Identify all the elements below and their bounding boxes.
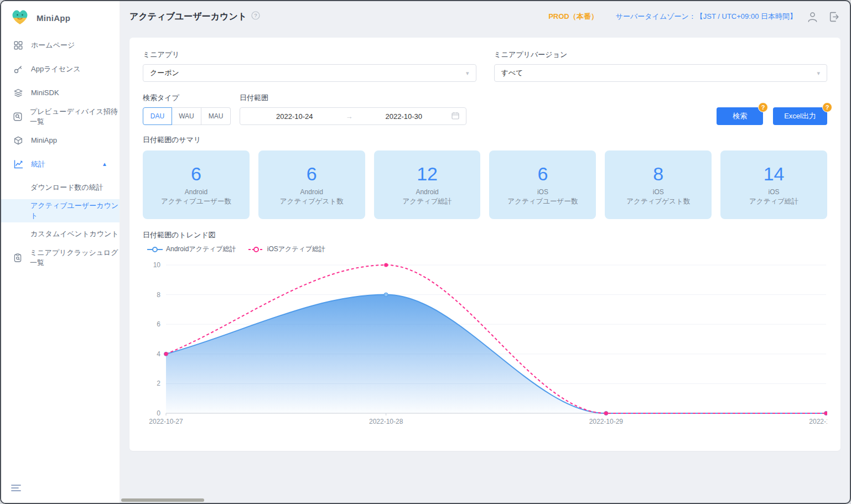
sidebar-subitem-active-user-count[interactable]: アクティブユーザーカウント <box>1 199 120 222</box>
summary-metric: アクティブゲスト数 <box>626 197 690 206</box>
summary-card-android-users: 6 Android アクティブユーザー数 <box>143 150 250 219</box>
sidebar-item-label: ホームページ <box>31 40 75 50</box>
layers-icon <box>13 88 23 98</box>
sidebar-item-preview-device-list[interactable]: プレビューディバイス招待一覧 <box>1 105 120 128</box>
summary-platform: Android <box>416 188 438 196</box>
legend-ios-label: iOSアクティブ総計 <box>267 245 325 254</box>
search-type-mau-button[interactable]: MAU <box>201 107 231 125</box>
sidebar-item-label: 統計 <box>31 159 45 169</box>
trend-section-label: 日付範囲のトレンド図 <box>143 230 827 240</box>
summary-metric: アクティブ総計 <box>749 197 798 206</box>
calendar-icon <box>452 112 459 121</box>
summary-value: 12 <box>417 163 438 185</box>
version-select[interactable]: すべて ▾ <box>494 64 828 82</box>
legend-android-label: Androidアクティブ総計 <box>166 245 236 254</box>
date-range-picker[interactable]: 2022-10-24 → 2022-10-30 <box>240 107 466 125</box>
chart-legend: Androidアクティブ総計 iOSアクティブ総計 <box>147 245 827 254</box>
summary-card-android-guests: 6 Android アクティブゲスト数 <box>258 150 365 219</box>
server-timezone-text: サーバータイムゾーン：【JST / UTC+09:00 日本時間】 <box>616 12 797 22</box>
summary-value: 14 <box>764 163 785 185</box>
svg-text:2022-10-28: 2022-10-28 <box>369 418 403 425</box>
svg-text:2022-10-27: 2022-10-27 <box>149 418 183 425</box>
logout-icon[interactable] <box>828 11 840 23</box>
sidebar-item-miniapp[interactable]: MiniApp <box>1 128 120 152</box>
search-type-wau-button[interactable]: WAU <box>172 107 201 125</box>
page-title: アクティブユーザーカウント <box>129 11 247 23</box>
app-logo-icon <box>10 7 30 28</box>
search-button-label: 検索 <box>733 112 747 120</box>
filter-row-controls: 検索タイプ DAU WAU MAU 日付範囲 2022-10-24 → 2022… <box>143 93 827 125</box>
sidebar-item-homepage[interactable]: ホームページ <box>1 33 120 57</box>
search-button-badge: ? <box>758 102 768 112</box>
summary-value: 6 <box>537 163 548 185</box>
user-icon[interactable] <box>807 11 818 23</box>
version-select-value: すべて <box>501 68 523 78</box>
sidebar: MiniApp ホームページ Appライセンス <box>1 1 120 503</box>
miniapp-select[interactable]: クーポン ▾ <box>143 64 476 82</box>
cube-icon <box>13 136 23 146</box>
svg-text:2022-10-30: 2022-10-30 <box>809 418 827 425</box>
svg-text:4: 4 <box>157 350 160 358</box>
preview-search-icon <box>13 112 22 122</box>
date-to-value: 2022-10-30 <box>356 112 452 121</box>
key-icon <box>13 64 23 74</box>
miniapp-select-value: クーポン <box>150 68 179 78</box>
chevron-down-icon: ▾ <box>817 70 820 77</box>
app-logo-row: MiniApp <box>1 1 120 33</box>
excel-export-button-label: Excel出力 <box>784 112 816 120</box>
environment-badge: PROD（本番） <box>548 12 598 22</box>
app-name: MiniApp <box>37 13 70 23</box>
search-button[interactable]: 検索 ? <box>717 107 763 125</box>
search-type-segmented-control: DAU WAU MAU <box>143 107 231 125</box>
sidebar-item-label: Appライセンス <box>31 64 81 74</box>
legend-item-android[interactable]: Androidアクティブ総計 <box>147 245 236 254</box>
sidebar-item-crash-log-list[interactable]: ミニアプリクラッシュログ一覧 <box>1 246 120 269</box>
summary-value: 6 <box>307 163 317 185</box>
trend-chart: 02468102022-10-272022-10-282022-10-29202… <box>143 256 827 435</box>
version-select-label: ミニアプリバージョン <box>494 50 828 60</box>
summary-card-android-total: 12 Android アクティブ総計 <box>374 150 481 219</box>
summary-card-ios-total: 14 iOS アクティブ総計 <box>720 150 827 219</box>
svg-text:2022-10-29: 2022-10-29 <box>589 418 624 425</box>
summary-value: 6 <box>191 163 201 185</box>
summary-platform: iOS <box>653 188 664 196</box>
excel-export-button-badge: ? <box>822 102 832 112</box>
chevron-down-icon: ▾ <box>466 70 469 77</box>
summary-metric: アクティブユーザー数 <box>507 197 578 206</box>
sidebar-item-app-license[interactable]: Appライセンス <box>1 57 120 81</box>
legend-item-ios[interactable]: iOSアクティブ総計 <box>248 245 325 254</box>
svg-text:2: 2 <box>157 380 160 387</box>
sidebar-subitem-label: ダウンロード数の統計 <box>30 183 103 193</box>
filter-row-selects: ミニアプリ クーポン ▾ ミニアプリバージョン すべて ▾ <box>143 50 827 82</box>
date-from-value: 2022-10-24 <box>247 112 343 121</box>
topbar: アクティブユーザーカウント ? PROD（本番） サーバータイムゾーン：【JST… <box>120 1 850 32</box>
sidebar-item-label: プレビューディバイス招待一覧 <box>30 107 120 127</box>
summary-metric: アクティブユーザー数 <box>161 197 231 206</box>
search-type-label: 検索タイプ <box>143 93 231 103</box>
sidebar-subitem-download-stats[interactable]: ダウンロード数の統計 <box>1 176 120 199</box>
sidebar-subitem-custom-event-count[interactable]: カスタムイベントカウント <box>1 222 120 246</box>
legend-ios-marker <box>248 246 264 253</box>
search-type-dau-button[interactable]: DAU <box>143 107 172 125</box>
sidebar-item-minisdk[interactable]: MiniSDK <box>1 81 120 105</box>
sidebar-collapse-button[interactable] <box>11 484 21 494</box>
summary-value: 8 <box>653 163 663 185</box>
date-range-label: 日付範囲 <box>240 93 466 103</box>
summary-section-label: 日付範囲のサマリ <box>143 135 827 145</box>
summary-platform: Android <box>185 188 207 196</box>
svg-text:8: 8 <box>157 291 160 299</box>
summary-platform: iOS <box>769 188 780 196</box>
horizontal-scrollbar-thumb[interactable] <box>121 498 204 502</box>
sidebar-subitem-label: アクティブユーザーカウント <box>30 201 120 221</box>
svg-text:?: ? <box>254 12 257 18</box>
excel-export-button[interactable]: Excel出力 ? <box>773 107 827 125</box>
svg-text:6: 6 <box>157 320 160 328</box>
summary-platform: iOS <box>537 188 548 196</box>
summary-cards-row: 6 Android アクティブユーザー数 6 Android アクティブゲスト数… <box>143 150 827 219</box>
help-icon[interactable]: ? <box>251 11 260 22</box>
content-card: ミニアプリ クーポン ▾ ミニアプリバージョン すべて ▾ <box>129 38 840 451</box>
sidebar-item-statistics[interactable]: 統計 ▲ <box>1 152 120 176</box>
main-area: アクティブユーザーカウント ? PROD（本番） サーバータイムゾーン：【JST… <box>120 1 850 503</box>
arrow-right-icon: → <box>343 112 356 121</box>
crash-log-icon <box>13 253 22 263</box>
